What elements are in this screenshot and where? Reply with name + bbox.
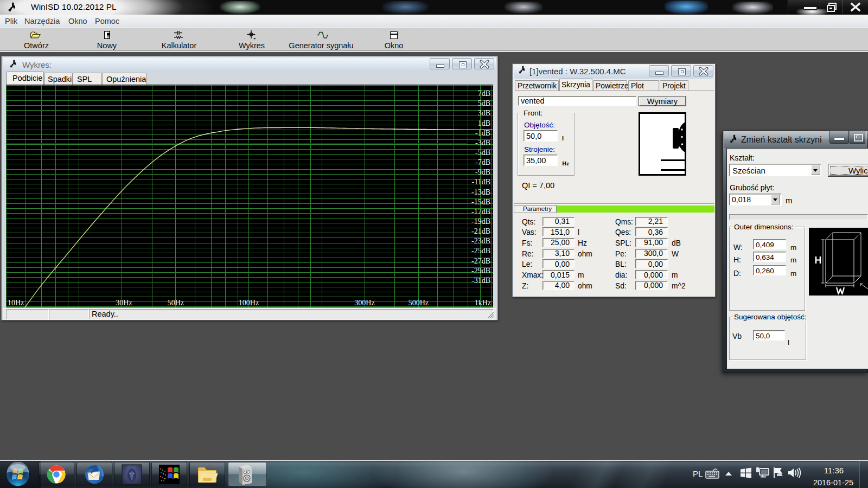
svg-text:-27dB: -27dB	[471, 257, 490, 265]
svg-text:500Hz: 500Hz	[409, 299, 429, 307]
svg-text:-5dB: -5dB	[475, 149, 490, 157]
svg-text:-23dB: -23dB	[471, 237, 490, 245]
svg-text:7dB: 7dB	[478, 89, 490, 98]
svg-text:300Hz: 300Hz	[354, 299, 374, 307]
svg-text:-15dB: -15dB	[471, 198, 490, 206]
svg-text:-7dB: -7dB	[475, 158, 490, 166]
svg-text:10Hz: 10Hz	[8, 299, 24, 307]
svg-text:3dB: 3dB	[478, 109, 490, 117]
svg-text:-21dB: -21dB	[471, 227, 490, 235]
svg-text:-31dB: -31dB	[471, 277, 490, 285]
svg-text:-11dB: -11dB	[472, 178, 490, 186]
svg-text:-17dB: -17dB	[471, 208, 490, 216]
svg-text:1kHz: 1kHz	[475, 299, 491, 307]
svg-text:-25dB: -25dB	[471, 247, 490, 255]
svg-text:100Hz: 100Hz	[239, 299, 259, 307]
svg-text:-9dB: -9dB	[475, 168, 490, 176]
svg-text:-13dB: -13dB	[471, 188, 490, 196]
svg-text:-3dB: -3dB	[475, 139, 490, 147]
svg-text:-1dB: -1dB	[475, 129, 490, 137]
svg-text:-29dB: -29dB	[471, 267, 490, 275]
svg-text:5dB: 5dB	[478, 99, 490, 107]
svg-text:-19dB: -19dB	[471, 217, 490, 226]
svg-text:1dB: 1dB	[478, 119, 490, 127]
svg-text:30Hz: 30Hz	[116, 299, 132, 307]
svg-text:50Hz: 50Hz	[168, 299, 184, 307]
